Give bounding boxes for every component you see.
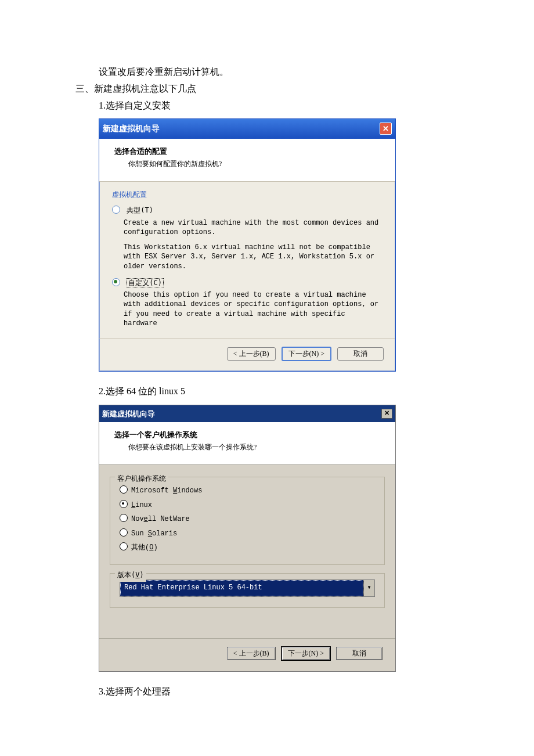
radio-icon — [120, 514, 128, 522]
back-button[interactable]: < 上一步(B) — [227, 647, 276, 660]
version-select[interactable]: Red Hat Enterprise Linux 5 64-bit ▾ — [120, 579, 375, 597]
dialog-header: 选择一个客户机操作系统 你想要在该虚拟机上安装哪一个操作系统? — [99, 422, 395, 465]
version-fieldset: 版本(V) Red Hat Enterprise Linux 5 64-bit … — [110, 573, 385, 608]
radio-typical-label: 典型(T) — [127, 206, 153, 214]
back-button[interactable]: < 上一步(B) — [227, 347, 276, 361]
step-label-1: 1.选择自定义安装 — [99, 98, 459, 114]
header-title: 选择一个客户机操作系统 — [114, 428, 380, 441]
header-subtitle: 你想要如何配置你的新虚拟机? — [128, 158, 380, 171]
radio-icon — [120, 485, 128, 494]
dialog-titlebar: 新建虚拟机向导 ✕ — [99, 405, 395, 422]
radio-icon — [112, 278, 120, 286]
version-select-value: Red Hat Enterprise Linux 5 64-bit — [120, 580, 363, 596]
dialog-wizard-os: 新建虚拟机向导 ✕ 选择一个客户机操作系统 你想要在该虚拟机上安装哪一个操作系统… — [99, 405, 396, 672]
dialog-footer: < 上一步(B) 下一步(N) > 取消 — [99, 638, 395, 672]
radio-linux[interactable]: Linux — [120, 499, 375, 512]
radio-custom-label: 自定义(C) — [127, 278, 164, 287]
dialog-wizard-config: 新建虚拟机向导 ✕ 选择合适的配置 你想要如何配置你的新虚拟机? 虚拟机配置 典… — [99, 118, 396, 371]
dialog-header: 选择合适的配置 你想要如何配置你的新虚拟机? — [99, 139, 395, 182]
body-text: 设置改后要冷重新启动计算机。 — [99, 64, 459, 81]
header-title: 选择合适的配置 — [114, 145, 380, 158]
next-button[interactable]: 下一步(N) > — [282, 647, 330, 660]
header-subtitle: 你想要在该虚拟机上安装哪一个操作系统? — [128, 441, 380, 454]
radio-icon — [112, 206, 120, 214]
radio-windows[interactable]: Microsoft Windows — [120, 485, 375, 498]
cancel-button[interactable]: 取消 — [337, 347, 384, 361]
os-fieldset: 客户机操作系统 Microsoft Windows Linux Novell N… — [110, 477, 385, 565]
radio-icon — [120, 500, 128, 508]
radio-netware[interactable]: Novell NetWare — [120, 513, 375, 526]
radio-icon — [120, 542, 128, 550]
close-icon[interactable]: ✕ — [380, 123, 392, 135]
chevron-down-icon[interactable]: ▾ — [363, 580, 374, 596]
group-label: 虚拟机配置 — [112, 189, 383, 201]
radio-icon — [120, 528, 128, 537]
dialog-footer: < 上一步(B) 下一步(N) > 取消 — [99, 339, 395, 371]
step-label-2: 2.选择 64 位的 linux 5 — [99, 383, 459, 400]
radio-typical[interactable]: 典型(T) — [112, 204, 383, 217]
document-page: 设置改后要冷重新启动计算机。 三、新建虚拟机注意以下几点 1.选择自定义安装 新… — [0, 0, 534, 723]
dialog-body: 客户机操作系统 Microsoft Windows Linux Novell N… — [99, 465, 395, 638]
dialog-body: 虚拟机配置 典型(T) Create a new virtual machine… — [99, 182, 395, 339]
radio-custom[interactable]: 自定义(C) — [112, 277, 383, 290]
dialog-titlebar: 新建虚拟机向导 ✕ — [99, 119, 395, 138]
custom-desc: Choose this option if you need to create… — [124, 290, 383, 328]
os-legend: 客户机操作系统 — [115, 473, 168, 485]
step-label-3: 3.选择两个处理器 — [99, 683, 459, 700]
typical-desc-1: Create a new virtual machine with the mo… — [124, 218, 383, 237]
dialog-title: 新建虚拟机向导 — [102, 407, 155, 420]
cancel-button[interactable]: 取消 — [336, 647, 383, 660]
radio-other[interactable]: 其他(O) — [120, 542, 375, 555]
section-heading: 三、新建虚拟机注意以下几点 — [75, 81, 459, 98]
close-icon[interactable]: ✕ — [381, 409, 392, 419]
typical-desc-2: This Workstation 6.x virtual machine wil… — [124, 243, 383, 271]
radio-solaris[interactable]: Sun Solaris — [120, 528, 375, 541]
version-legend: 版本(V) — [115, 569, 146, 582]
dialog-title: 新建虚拟机向导 — [103, 121, 160, 136]
next-button[interactable]: 下一步(N) > — [282, 347, 331, 361]
